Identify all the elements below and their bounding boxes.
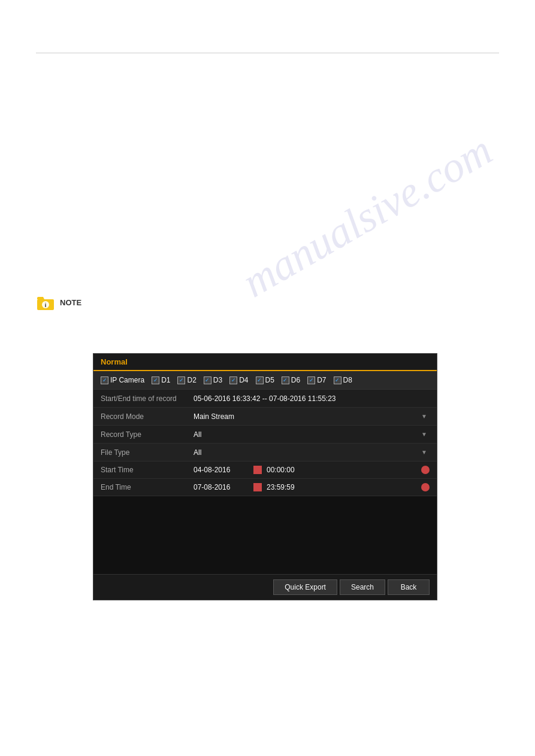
record-mode-value: Main Stream: [194, 412, 421, 421]
record-type-arrow: ▼: [421, 431, 427, 438]
record-mode-arrow: ▼: [421, 413, 427, 420]
dvr-title-bar: Normal: [93, 354, 437, 371]
camera-d8[interactable]: D8: [334, 376, 352, 384]
end-time-row: End Time 07-08-2016 23:59:59: [93, 479, 437, 496]
camera-d4[interactable]: D4: [229, 376, 248, 384]
camera-d7[interactable]: D7: [307, 376, 326, 384]
camera-d3[interactable]: D3: [204, 376, 222, 384]
record-type-label: Record Type: [101, 430, 194, 439]
note-section: i NOTE: [36, 293, 81, 312]
top-divider: [36, 53, 499, 53]
start-time-label: Start Time: [101, 466, 194, 474]
svg-text:i: i: [45, 302, 47, 308]
camera-d5[interactable]: D5: [256, 376, 274, 384]
start-time-clock-icon[interactable]: [421, 466, 430, 474]
record-time-label: Start/End time of record: [101, 394, 194, 403]
start-time-value[interactable]: 00:00:00: [267, 466, 421, 474]
dvr-title: Normal: [101, 357, 128, 366]
record-type-row[interactable]: Record Type All ▼: [93, 426, 437, 444]
record-mode-dropdown[interactable]: Main Stream ▼: [194, 412, 430, 421]
file-type-dropdown[interactable]: All ▼: [194, 448, 430, 457]
end-time-value[interactable]: 23:59:59: [267, 483, 421, 491]
dvr-empty-area: [93, 496, 437, 574]
camera-d2[interactable]: D2: [177, 376, 196, 384]
camera-d3-label: D3: [213, 376, 222, 384]
search-button[interactable]: Search: [340, 579, 385, 595]
record-type-dropdown[interactable]: All ▼: [194, 430, 430, 439]
record-mode-label: Record Mode: [101, 412, 194, 421]
ip-camera-label: IP Camera: [110, 376, 144, 384]
back-button[interactable]: Back: [388, 579, 430, 595]
note-label: NOTE: [60, 293, 81, 312]
end-time-calendar-icon[interactable]: [253, 483, 262, 491]
record-type-value: All: [194, 430, 421, 439]
file-type-row[interactable]: File Type All ▼: [93, 444, 437, 462]
record-time-value: 05-06-2016 16:33:42 -- 07-08-2016 11:55:…: [194, 394, 430, 403]
quick-export-button[interactable]: Quick Export: [273, 579, 337, 595]
camera-d6[interactable]: D6: [282, 376, 300, 384]
camera-d7-label: D7: [317, 376, 326, 384]
file-type-arrow: ▼: [421, 449, 427, 456]
start-time-row: Start Time 04-08-2016 00:00:00: [93, 462, 437, 479]
camera-row: IP Camera D1 D2 D3 D4 D5 D6 D7: [93, 371, 437, 390]
watermark: manualsive.com: [234, 125, 500, 308]
camera-d1-label: D1: [161, 376, 170, 384]
camera-d1[interactable]: D1: [152, 376, 170, 384]
camera-label: IP Camera: [101, 376, 144, 384]
end-time-date[interactable]: 07-08-2016: [194, 483, 253, 491]
camera-d6-label: D6: [291, 376, 300, 384]
file-type-value: All: [194, 448, 421, 457]
record-mode-row[interactable]: Record Mode Main Stream ▼: [93, 408, 437, 426]
dvr-button-row: Quick Export Search Back: [93, 574, 437, 600]
camera-d8-label: D8: [343, 376, 352, 384]
record-time-row: Start/End time of record 05-06-2016 16:3…: [93, 390, 437, 408]
dvr-container: Normal IP Camera D1 D2 D3 D4 D5 D6: [93, 353, 437, 600]
camera-d4-label: D4: [239, 376, 248, 384]
file-type-label: File Type: [101, 448, 194, 457]
start-time-date[interactable]: 04-08-2016: [194, 466, 253, 474]
end-time-clock-icon[interactable]: [421, 483, 430, 491]
end-time-label: End Time: [101, 483, 194, 491]
start-time-calendar-icon[interactable]: [253, 466, 262, 474]
ip-camera-checkbox[interactable]: [101, 377, 108, 384]
note-icon: i: [36, 293, 55, 312]
camera-d5-label: D5: [265, 376, 274, 384]
camera-d2-label: D2: [187, 376, 196, 384]
